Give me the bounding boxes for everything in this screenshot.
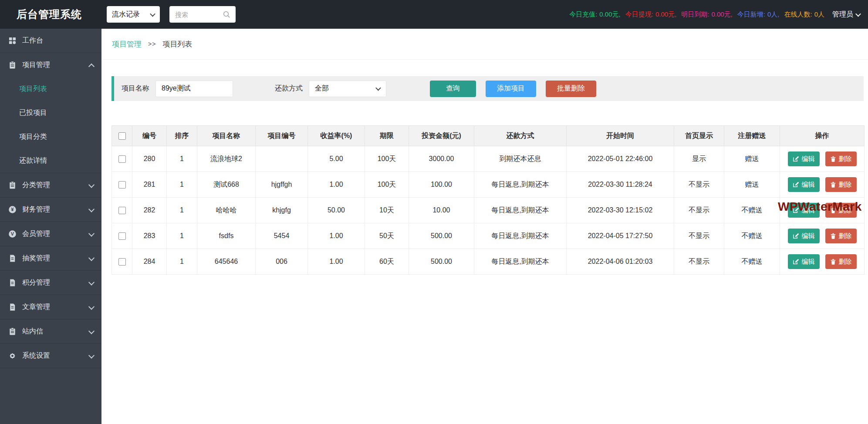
cell-amount: 10.00: [409, 198, 474, 223]
edit-button[interactable]: 编辑: [788, 254, 820, 269]
sidebar-item-label: 分类管理: [22, 181, 89, 190]
sidebar-item-article-manage[interactable]: 文章管理: [0, 295, 101, 319]
topbar-search-box[interactable]: [169, 6, 236, 23]
top-bar: 后台管理系统 流水记录 今日充值:0.00元,今日提现:0.00元,明日到期:0…: [0, 0, 868, 29]
delete-button[interactable]: 删除: [825, 203, 857, 218]
stat-value: 0人: [814, 10, 824, 19]
col-rate: 收益率(%): [308, 126, 365, 146]
cell-sort: 1: [167, 249, 197, 275]
filter-bar: 项目名称 还款方式 全部 查询 添加项目 批量删除: [111, 76, 864, 101]
col-id: 编号: [132, 126, 167, 146]
sidebar-item-points-manage[interactable]: 积分管理: [0, 271, 101, 295]
cell-start: 2022-03-30 12:15:02: [567, 198, 674, 223]
sidebar-group-project-manage: 项目管理项目列表已投项目项目分类还款详情: [0, 53, 101, 173]
module-select[interactable]: 流水记录: [107, 6, 160, 23]
cell-rate: 5.00: [308, 146, 365, 172]
sidebar-item-project-manage[interactable]: 项目管理: [0, 53, 101, 77]
sidebar-item-workbench[interactable]: 工作台: [0, 29, 101, 53]
row-checkbox[interactable]: [118, 207, 126, 214]
breadcrumb-current: 项目列表: [162, 39, 192, 49]
sidebar-subitem-project-category[interactable]: 项目分类: [0, 125, 101, 149]
sidebar-item-label: 财务管理: [22, 205, 89, 214]
col-sort: 排序: [167, 126, 197, 146]
cell-code: 006: [256, 249, 308, 275]
sidebar-item-label: 抽奖管理: [22, 254, 89, 263]
query-button[interactable]: 查询: [430, 81, 476, 97]
sidebar-subitem-invested-projects[interactable]: 已投项目: [0, 101, 101, 125]
cell-name: 流浪地球2: [197, 146, 256, 172]
row-checkbox[interactable]: [118, 258, 126, 266]
edit-icon: [793, 207, 799, 214]
select-all-checkbox[interactable]: [118, 132, 126, 140]
admin-menu[interactable]: 管理员: [832, 10, 868, 19]
row-checkbox[interactable]: [118, 232, 126, 240]
cell-repay: 每日返息,到期还本: [474, 223, 567, 249]
edit-button[interactable]: 编辑: [788, 151, 820, 166]
stat-recharge: 今日充值:0.00元,: [569, 10, 621, 19]
row-checkbox[interactable]: [118, 181, 126, 188]
project-name-input[interactable]: [155, 81, 233, 97]
breadcrumb-separator: >>: [148, 40, 156, 47]
trash-icon: [830, 233, 836, 239]
cell-rate: 50.00: [308, 198, 365, 223]
chevron-up-icon: [88, 63, 95, 69]
cell-gift: 赠送: [724, 172, 780, 198]
delete-button[interactable]: 删除: [825, 151, 857, 166]
batch-delete-button[interactable]: 批量删除: [546, 81, 596, 97]
cell-actions: 编辑 删除: [780, 223, 865, 249]
delete-button[interactable]: 删除: [825, 229, 857, 243]
edit-button[interactable]: 编辑: [788, 203, 820, 218]
cell-start: 2022-05-01 22:46:00: [567, 146, 674, 172]
edit-icon: [793, 259, 799, 265]
cell-display: 不显示: [674, 172, 724, 198]
row-checkbox[interactable]: [118, 155, 126, 163]
sidebar-group-points-manage: 积分管理: [0, 271, 101, 295]
chevron-down-icon: [88, 206, 95, 212]
sidebar-item-system-settings[interactable]: 系统设置: [0, 344, 101, 368]
gear-icon: [8, 352, 17, 360]
grid-icon: [8, 37, 17, 45]
sidebar-item-member-manage[interactable]: V会员管理: [0, 222, 101, 246]
cell-sort: 1: [167, 172, 197, 198]
edit-button[interactable]: 编辑: [788, 177, 820, 192]
repay-method-select[interactable]: 全部: [309, 81, 386, 97]
clipboard-icon: [8, 181, 17, 189]
cell-amount: 3000.00: [409, 146, 474, 172]
sidebar-subitem-project-list[interactable]: 项目列表: [0, 77, 101, 101]
cell-term: 60天: [365, 249, 409, 275]
cell-name: fsdfs: [197, 223, 256, 249]
col-term: 期限: [365, 126, 409, 146]
table-row: 284 1 645646 006 1.00 60天 500.00 每日返息,到期…: [112, 249, 865, 275]
col-repay: 还款方式: [474, 126, 567, 146]
table-row: 280 1 流浪地球2 5.00 100天 3000.00 到期还本还息 202…: [112, 146, 865, 172]
col-select: [112, 126, 132, 146]
sidebar-subitem-repayment-detail[interactable]: 还款详情: [0, 149, 101, 173]
project-table-wrap: 编号 排序 项目名称 项目编号 收益率(%) 期限 投资金额(元) 还款方式 开…: [111, 125, 868, 275]
edit-icon: [793, 182, 799, 188]
sidebar-group-system-settings: 系统设置: [0, 344, 101, 368]
sidebar-item-finance-manage[interactable]: ¥财务管理: [0, 198, 101, 222]
repay-method-label: 还款方式: [275, 84, 303, 93]
add-project-button[interactable]: 添加项目: [486, 81, 536, 97]
trash-icon: [830, 207, 836, 214]
module-select-value: 流水记录: [112, 10, 140, 19]
cell-code: hjgffgh: [256, 172, 308, 198]
stat-label: 在线人数:: [784, 10, 812, 19]
sidebar-item-site-message[interactable]: 站内信: [0, 320, 101, 343]
table-row: 281 1 测试668 hjgffgh 1.00 100天 100.00 每日返…: [112, 172, 865, 198]
breadcrumb-parent[interactable]: 项目管理: [112, 39, 142, 49]
col-amount: 投资金额(元): [409, 126, 474, 146]
stat-label: 今日新增:: [737, 10, 765, 19]
search-input[interactable]: [174, 10, 223, 19]
table-header-row: 编号 排序 项目名称 项目编号 收益率(%) 期限 投资金额(元) 还款方式 开…: [112, 126, 865, 146]
delete-button[interactable]: 删除: [825, 254, 857, 269]
sidebar-item-category-manage[interactable]: 分类管理: [0, 173, 101, 197]
chevron-down-icon: [88, 182, 95, 188]
cell-id: 282: [132, 198, 167, 223]
table-row: 282 1 哈哈哈 khjgfg 50.00 10天 10.00 每日返息,到期…: [112, 198, 865, 223]
delete-button[interactable]: 删除: [825, 177, 857, 192]
cell-display: 不显示: [674, 223, 724, 249]
svg-text:¥: ¥: [11, 207, 14, 212]
sidebar-item-lottery-manage[interactable]: 抽奖管理: [0, 246, 101, 270]
edit-button[interactable]: 编辑: [788, 229, 820, 243]
